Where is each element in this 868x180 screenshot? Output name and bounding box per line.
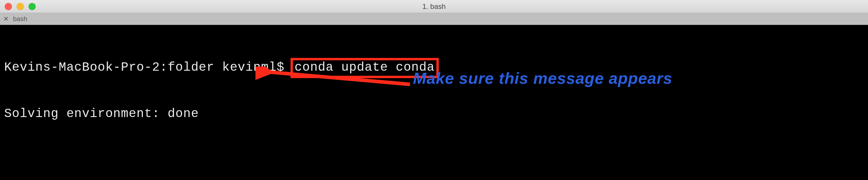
terminal-line-solving: Solving environment: done <box>4 107 864 121</box>
tab-label[interactable]: bash <box>12 13 30 25</box>
tab-bar: ✕ bash <box>0 13 868 25</box>
minimize-window-button[interactable] <box>17 3 24 10</box>
window-title: 1. bash <box>0 2 868 11</box>
terminal-line-blank-1 <box>4 150 864 164</box>
traffic-lights <box>5 3 36 10</box>
zoom-window-button[interactable] <box>29 3 36 10</box>
terminal-prompt: Kevins-MacBook-Pro-2:folder kevinml$ <box>4 60 292 74</box>
terminal-command: conda update conda <box>295 60 435 74</box>
close-window-button[interactable] <box>5 3 12 10</box>
terminal-line-command: Kevins-MacBook-Pro-2:folder kevinml$ con… <box>4 58 864 78</box>
command-highlight-box: conda update conda <box>290 58 439 78</box>
terminal-body[interactable]: Kevins-MacBook-Pro-2:folder kevinml$ con… <box>0 25 868 180</box>
window-titlebar: 1. bash <box>0 0 868 13</box>
tab-close-button[interactable]: ✕ <box>0 13 12 25</box>
